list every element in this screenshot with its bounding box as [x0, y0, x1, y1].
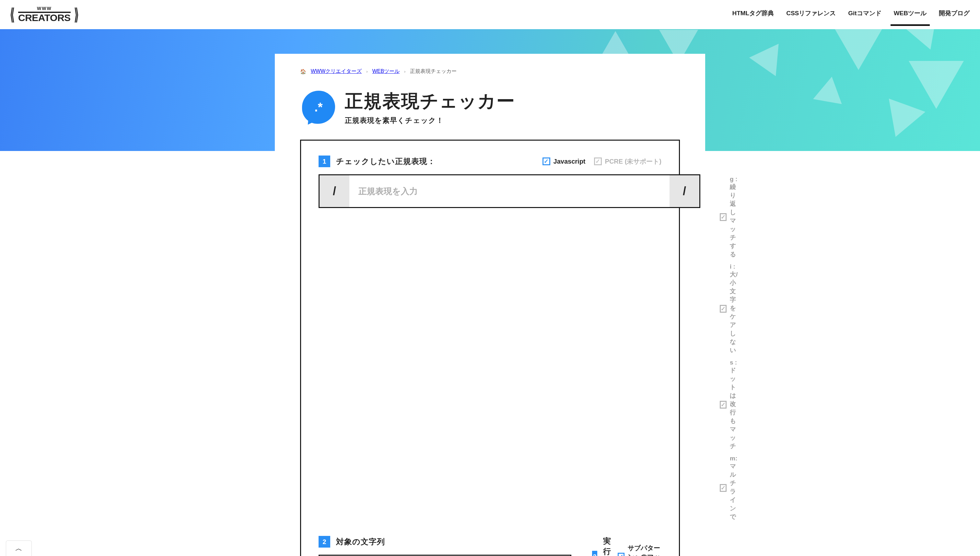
section-1-head: 1 チェックしたい正規表現： Javascript PCRE (未サポート): [319, 155, 661, 167]
main-card: 🏠 WWWクリエイターズ › WEBツール › 正規表現チェッカー .* 正規表…: [275, 54, 705, 556]
chevron-right-icon: ›: [366, 69, 367, 74]
checkbox-icon: [720, 484, 726, 492]
regex-input-group: / /: [319, 174, 700, 208]
page-title: 正規表現チェッカー: [345, 89, 515, 114]
nav-web-tools[interactable]: WEBツール: [894, 9, 927, 20]
flag-m-checkbox[interactable]: m: マルチラインで: [720, 455, 739, 521]
flag-s-checkbox[interactable]: s : ドットは改行もマッチ: [720, 359, 739, 450]
svg-marker-8: [906, 28, 946, 55]
breadcrumb: 🏠 WWWクリエイターズ › WEBツール › 正規表現チェッカー: [300, 68, 680, 75]
flag-i-checkbox[interactable]: i : 大/小文字をケアしない: [720, 263, 739, 354]
breadcrumb-home[interactable]: WWWクリエイターズ: [311, 68, 362, 75]
site-header: ⟪ WWW CREATORS ⟫ HTMLタグ辞典 CSSリファレンス Gitコ…: [0, 0, 980, 29]
svg-marker-4: [834, 28, 883, 70]
breadcrumb-current: 正規表現チェッカー: [410, 68, 457, 75]
result-column: 3 実行結果 サブパターンへのマッチを表示: [592, 536, 661, 556]
chevron-right-icon: ›: [404, 69, 406, 74]
chevron-up-icon: ︿: [15, 544, 23, 553]
regex-bubble-icon: .*: [302, 91, 335, 124]
flags-group: g : 繰り返しマッチする i : 大/小文字をケアしない s : ドットは改行…: [720, 174, 739, 521]
bracket-right-icon: ⟫: [74, 10, 79, 19]
regex-input[interactable]: [349, 175, 670, 207]
nav-git-commands[interactable]: Gitコマンド: [848, 9, 881, 20]
step-badge-2: 2: [319, 536, 330, 548]
checkbox-icon: [594, 157, 602, 165]
scroll-to-top-button[interactable]: ︿: [6, 540, 32, 556]
checkbox-icon: [542, 157, 550, 165]
nav-dev-blog[interactable]: 開発ブログ: [939, 9, 970, 20]
checkbox-icon: [720, 213, 726, 221]
section-1-label: チェックしたい正規表現：: [336, 156, 435, 166]
engine-javascript-checkbox[interactable]: Javascript: [542, 157, 585, 165]
section-3-label: 実行結果: [603, 536, 618, 556]
page-subtitle: 正規表現を素早くチェック！: [345, 116, 515, 125]
slash-suffix: /: [670, 175, 699, 207]
step-badge-3: 3: [592, 551, 597, 556]
engine-pcre-checkbox: PCRE (未サポート): [594, 157, 661, 166]
checkbox-icon: [618, 553, 624, 556]
regex-panel: 1 チェックしたい正規表現： Javascript PCRE (未サポート): [300, 140, 680, 556]
bracket-left-icon: ⟪: [10, 10, 15, 19]
slash-prefix: /: [320, 175, 349, 207]
svg-marker-6: [909, 61, 964, 109]
step-badge-1: 1: [319, 155, 330, 167]
nav-html-tags[interactable]: HTMLタグ辞典: [732, 9, 774, 20]
flag-g-checkbox[interactable]: g : 繰り返しマッチする: [720, 176, 739, 259]
subpattern-checkbox[interactable]: サブパターンへのマッチを表示: [618, 544, 661, 556]
main-nav: HTMLタグ辞典 CSSリファレンス Gitコマンド WEBツール 開発ブログ: [732, 9, 970, 20]
logo-main: CREATORS: [18, 12, 71, 23]
logo-top: WWW: [18, 6, 71, 13]
checkbox-icon: [720, 305, 726, 313]
section-2-label: 対象の文字列: [336, 537, 385, 547]
home-icon: 🏠: [300, 69, 306, 74]
target-string-input[interactable]: [319, 555, 571, 556]
breadcrumb-webtools[interactable]: WEBツール: [372, 68, 399, 75]
svg-marker-7: [877, 99, 925, 144]
target-string-column: 2 対象の文字列 + フィールドを複製: [319, 536, 571, 556]
logo[interactable]: ⟪ WWW CREATORS ⟫: [8, 6, 81, 23]
nav-css-reference[interactable]: CSSリファレンス: [786, 9, 836, 20]
page-heading: .* 正規表現チェッカー 正規表現を素早くチェック！: [300, 89, 680, 125]
checkbox-icon: [720, 401, 726, 409]
